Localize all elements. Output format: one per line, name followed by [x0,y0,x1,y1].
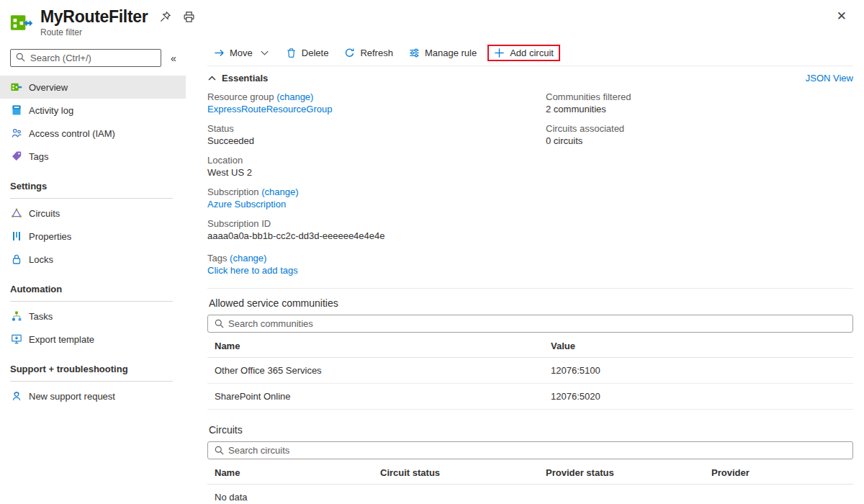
refresh-icon [344,48,355,58]
circuits-table: Name Circuit status Provider status Prov… [207,459,853,504]
pin-icon[interactable] [159,11,171,23]
circuits-col-provider: Provider [704,459,853,484]
sidebar-item-label: Export template [29,334,94,345]
resource-group-label: Resource group [207,91,274,102]
tags-label: Tags [207,253,227,264]
communities-section-title: Allowed service communities [207,289,853,315]
chevron-up-icon[interactable] [207,73,217,83]
resource-group-value-link[interactable]: ExpressRouteResourceGroup [207,104,332,114]
sidebar-item-new-support-request[interactable]: New support request [0,384,186,408]
tasks-icon [11,310,22,322]
table-row: No data [207,485,853,504]
add-circuit-button[interactable]: Add circuit [487,45,560,61]
sidebar-item-activity-log[interactable]: Activity log [0,99,186,122]
circuits-table-header: Name Circuit status Provider status Prov… [207,459,853,485]
status-label: Status [207,122,546,135]
sidebar-item-label: Tasks [29,311,53,322]
sidebar-item-locks[interactable]: Locks [0,248,186,271]
sidebar-section-support: Support + troubleshooting [10,358,173,382]
status-field: Status Succeeded [207,122,546,148]
sidebar-item-label: Access control (IAM) [29,128,115,139]
search-icon [214,445,225,456]
tags-change-link[interactable]: (change) [230,253,266,264]
sidebar-item-tasks[interactable]: Tasks [0,305,186,328]
subscription-value-link[interactable]: Azure Subscription [207,199,286,210]
resource-group-field: Resource group (change) ExpressRouteReso… [207,91,546,116]
table-row: Other Office 365 Services 12076:5100 [207,358,853,384]
subscription-id-field: Subscription ID aaaa0a0a-bb1b-cc2c-dd3d-… [207,217,546,243]
status-value: Succeeded [207,135,546,148]
add-circuit-label: Add circuit [510,48,554,58]
move-label: Move [230,48,253,58]
delete-icon [286,48,297,58]
activity-log-icon [11,104,22,116]
communities-filtered-value: 2 communities [546,103,853,116]
sidebar-item-label: Locks [29,254,53,265]
circuits-icon [11,207,22,219]
json-view-link[interactable]: JSON View [806,73,853,84]
page-subtitle: Route filter [40,27,195,37]
sidebar-item-access-control[interactable]: Access control (IAM) [0,122,186,145]
subscription-change-link[interactable]: (change) [261,186,298,197]
refresh-label: Refresh [360,48,393,58]
essentials-right-column: Communities filtered 2 communities Circu… [546,91,853,284]
sidebar-item-label: New support request [29,391,115,402]
circuits-col-circuit-status: Circuit status [373,459,539,484]
lock-icon [11,253,22,265]
subscription-label: Subscription [207,186,259,197]
close-icon[interactable]: ✕ [832,7,851,25]
circuits-associated-field: Circuits associated 0 circuits [546,122,853,148]
tags-value-link[interactable]: Click here to add tags [207,265,298,276]
community-value: 12076:5100 [544,358,853,383]
delete-button[interactable]: Delete [279,45,336,61]
communities-table: Name Value Other Office 365 Services 120… [207,333,853,410]
sidebar-item-tags[interactable]: Tags [0,145,186,168]
sidebar-item-label: Overview [29,82,68,93]
print-icon[interactable] [183,11,195,23]
move-button[interactable]: Move [207,45,276,61]
circuits-search [207,441,853,459]
no-data-cell: No data [207,485,373,504]
communities-col-name: Name [207,333,544,357]
support-request-icon [11,390,22,402]
route-filter-icon [10,12,33,35]
page-title: MyRouteFilter [40,7,148,27]
page-header: MyRouteFilter Route filter ✕ [0,0,864,40]
sidebar-collapse-button[interactable]: « [161,53,186,64]
circuits-col-provider-status: Provider status [539,459,704,484]
location-field: Location West US 2 [207,154,546,179]
sidebar-item-properties[interactable]: Properties [0,225,186,248]
circuits-search-input[interactable] [208,442,852,459]
communities-table-header: Name Value [207,333,853,358]
sidebar: « Overview Activity log [0,40,186,504]
essentials-grid: Resource group (change) ExpressRouteReso… [207,89,853,284]
sidebar-item-circuits[interactable]: Circuits [0,202,186,225]
community-value: 12076:5020 [544,384,853,409]
circuits-col-name: Name [207,459,373,484]
refresh-button[interactable]: Refresh [338,45,400,61]
communities-filtered-field: Communities filtered 2 communities [546,91,853,116]
sidebar-item-overview[interactable]: Overview [0,76,186,99]
subscription-id-value: aaaa0a0a-bb1b-cc2c-dd3d-eeeeee4e4e4e [207,230,546,243]
manage-rule-icon [409,48,420,58]
sidebar-item-label: Tags [29,151,48,162]
manage-rule-button[interactable]: Manage rule [402,45,483,61]
essentials-title[interactable]: Essentials [222,73,268,84]
communities-col-value: Value [544,333,853,357]
communities-search-input[interactable] [208,315,852,332]
circuits-associated-value: 0 circuits [546,135,853,148]
content-pane: Move Delete Refresh [186,40,864,504]
delete-label: Delete [302,48,329,58]
sidebar-item-export-template[interactable]: Export template [0,328,186,351]
community-name: SharePoint Online [207,384,544,409]
resource-group-change-link[interactable]: (change) [276,91,313,102]
access-control-icon [11,127,22,139]
community-name: Other Office 365 Services [207,358,544,383]
sidebar-search-input[interactable] [10,49,161,67]
manage-rule-label: Manage rule [425,48,477,58]
location-label: Location [207,154,546,166]
search-icon [214,318,225,329]
toolbar: Move Delete Refresh [207,40,853,66]
move-icon [214,48,225,58]
search-icon [15,52,26,63]
